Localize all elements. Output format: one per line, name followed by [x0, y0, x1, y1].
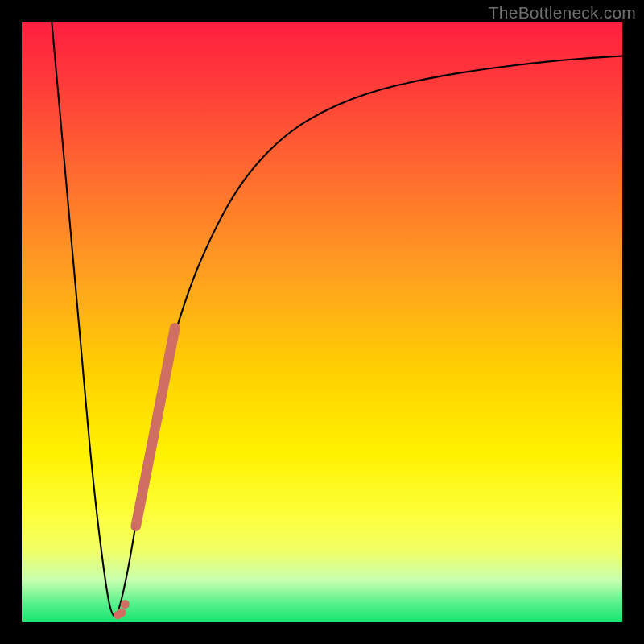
chart-frame: TheBottleneck.com	[0, 0, 644, 644]
highlight-dot	[121, 600, 130, 609]
highlight-dot	[117, 608, 126, 617]
highlight-bar	[136, 328, 175, 526]
highlight-group	[114, 328, 175, 619]
chart-svg	[22, 22, 622, 622]
watermark-text: TheBottleneck.com	[489, 3, 636, 23]
